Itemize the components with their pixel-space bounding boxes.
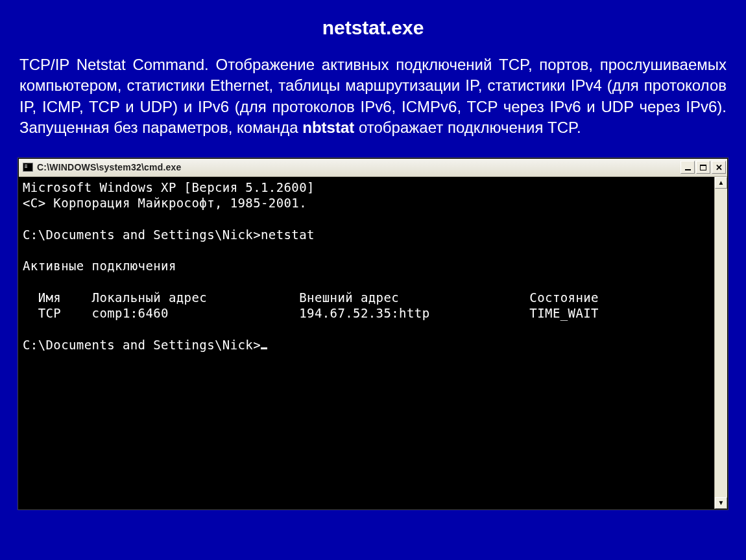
minimize-icon xyxy=(685,169,691,170)
desc-part2: отображает подключения TCP. xyxy=(354,119,581,136)
close-button[interactable]: ✕ xyxy=(712,161,726,174)
client-area: Microsoft Windows XP [Версия 5.1.2600] <… xyxy=(19,177,727,509)
cmd-icon xyxy=(23,163,33,172)
desc-bold: nbtstat xyxy=(302,119,354,136)
window-caption: C:\WINDOWS\system32\cmd.exe xyxy=(37,162,680,172)
scroll-down-button[interactable]: ▼ xyxy=(715,497,727,509)
console-output[interactable]: Microsoft Windows XP [Версия 5.1.2600] <… xyxy=(19,177,714,509)
minimize-button[interactable] xyxy=(680,161,695,174)
cursor xyxy=(261,339,267,349)
slide: netstat.exe TCP/IP Netstat Command. Отоб… xyxy=(0,0,746,528)
titlebar[interactable]: C:\WINDOWS\system32\cmd.exe ✕ xyxy=(19,159,727,177)
scroll-up-button[interactable]: ▲ xyxy=(715,177,727,189)
scroll-track[interactable] xyxy=(715,189,727,497)
page-title: netstat.exe xyxy=(18,17,728,39)
close-icon: ✕ xyxy=(716,163,723,172)
maximize-button[interactable] xyxy=(696,161,710,174)
description-text: TCP/IP Netstat Command. Отображение акти… xyxy=(19,54,727,139)
maximize-icon xyxy=(700,165,706,170)
cmd-window: C:\WINDOWS\system32\cmd.exe ✕ Microsoft … xyxy=(18,158,728,509)
scrollbar[interactable]: ▲ ▼ xyxy=(714,177,727,509)
window-controls: ✕ xyxy=(680,161,726,174)
